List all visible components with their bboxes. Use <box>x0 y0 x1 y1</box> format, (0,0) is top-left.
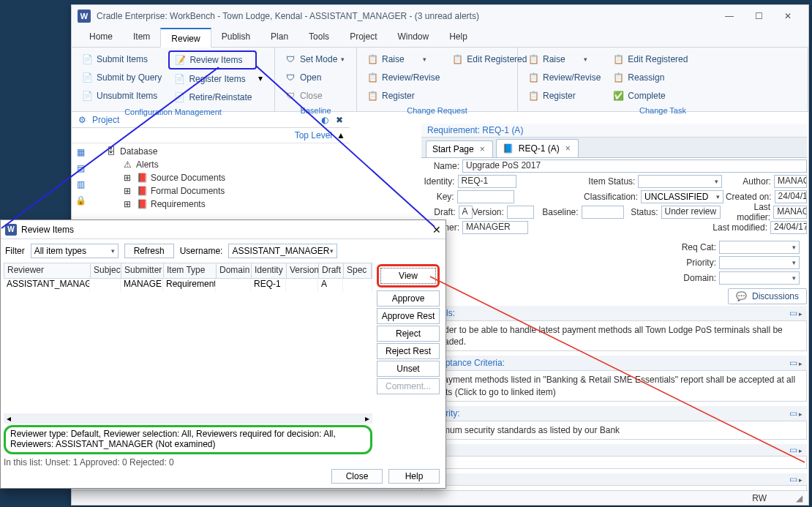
expand-icon[interactable]: ▭ <box>787 307 799 319</box>
grid-row[interactable]: ASSISTANT_MANAGER MANAGER Requirement RE… <box>4 279 372 292</box>
ct-raise-button[interactable]: 📋Raise▾ <box>522 50 606 68</box>
tree-formal-docs[interactable]: ⊞📕Formal Documents <box>105 184 225 198</box>
minimize-button[interactable]: — <box>715 6 744 26</box>
panel-close-icon[interactable]: ✖ <box>334 114 345 126</box>
domain-select[interactable]: ▾ <box>719 271 800 285</box>
col-domain[interactable]: Domain <box>217 263 252 278</box>
menu-review[interactable]: Review <box>160 28 211 48</box>
comment-button[interactable]: Comment... <box>377 378 440 394</box>
scroll-left-icon[interactable]: ◂ <box>4 413 14 424</box>
approve-rest-button[interactable]: Approve Rest <box>377 308 440 324</box>
draft-field[interactable]: A <box>459 206 473 219</box>
col-draft[interactable]: Draft <box>319 263 344 278</box>
priority-select[interactable]: ▾ <box>719 256 800 269</box>
tool-icon-1[interactable]: ▦ <box>73 145 88 159</box>
reject-rest-button[interactable]: Reject Rest <box>377 343 440 359</box>
cr-register-button[interactable]: 📋Register <box>361 87 445 105</box>
close-button[interactable]: ✕ <box>773 6 802 26</box>
approve-button[interactable]: Approve <box>377 290 440 307</box>
open-baseline-button[interactable]: 🛡Open <box>279 69 350 86</box>
unset-button[interactable]: Unset <box>377 361 440 377</box>
ct-review-button[interactable]: 📋Review/Revise <box>522 69 606 86</box>
grid-hscroll[interactable]: ◂ ▸ <box>4 413 372 424</box>
close-button[interactable]: Close <box>331 469 383 484</box>
tree-requirements[interactable]: ⊞📕Requirements <box>105 198 225 211</box>
discussions-button[interactable]: 💬Discussions <box>728 288 807 304</box>
classification-select[interactable]: UNCLASSIFIED▾ <box>641 190 723 203</box>
set-mode-button[interactable]: 🛡Set Mode▾ <box>279 50 350 68</box>
submit-by-query-button[interactable]: 📄Submit by Query <box>76 69 167 86</box>
unsubmit-items-button[interactable]: 📄Unsubmit Items <box>76 87 167 105</box>
submit-items-button[interactable]: 📄Submit Items <box>76 50 167 68</box>
menu-home[interactable]: Home <box>79 27 123 47</box>
menu-window[interactable]: Window <box>387 27 439 47</box>
ct-reassign-button[interactable]: 📋Reassign <box>607 69 693 86</box>
identity-field[interactable]: REQ-1 <box>458 175 516 188</box>
filter-select[interactable]: All item types▾ <box>31 244 119 258</box>
version-field[interactable] <box>507 206 534 219</box>
help-icon[interactable]: ◐ <box>319 114 331 126</box>
tab-start-page[interactable]: Start Page× <box>426 140 493 157</box>
tree-source-docs[interactable]: ⊞📕Source Documents <box>105 171 225 184</box>
tree-root[interactable]: 🗄Database <box>105 145 225 158</box>
dialog-launcher-icon[interactable]: ▾ <box>258 73 263 83</box>
tree-alerts[interactable]: ⚠Alerts <box>105 158 225 171</box>
col-spec[interactable]: Spec <box>344 263 372 278</box>
cr-raise-button[interactable]: 📋Raise▾ <box>361 50 445 68</box>
resize-grip-icon[interactable]: ◢ <box>796 493 802 503</box>
review-items-button[interactable]: 📝Review Items <box>168 50 257 70</box>
expand-icon[interactable]: ▭ <box>787 408 799 419</box>
scroll-right-icon[interactable]: ▸ <box>362 413 372 424</box>
retire-reinstate-button[interactable]: 📄Retire/Reinstate <box>168 89 257 106</box>
req-cat-select[interactable]: ▾ <box>719 241 800 254</box>
name-field[interactable]: Upgrade PoS 2017 <box>462 159 807 173</box>
register-items-button[interactable]: 📄Register Items <box>168 70 257 88</box>
chevron-icon[interactable]: ▸ <box>799 410 802 418</box>
chevron-icon[interactable]: ▸ <box>799 360 802 367</box>
menu-project[interactable]: Project <box>339 27 387 47</box>
details-body[interactable]: In order to be able to handle latest pay… <box>421 320 807 351</box>
col-submitter[interactable]: Submitter <box>121 263 164 278</box>
top-level-link[interactable]: Top Level <box>295 130 332 140</box>
close-baseline-button[interactable]: 🛡Close <box>279 87 350 105</box>
col-reviewer[interactable]: Reviewer <box>4 263 91 278</box>
chevron-up-icon[interactable]: ▲ <box>335 129 347 141</box>
username-select[interactable]: ASSISTANT_MANAGER▾ <box>228 244 337 258</box>
menu-tools[interactable]: Tools <box>298 27 339 47</box>
security-body[interactable]: Minimum security standards as listed by … <box>421 421 807 440</box>
chevron-icon[interactable]: ▸ <box>799 310 802 318</box>
menu-help[interactable]: Help <box>439 27 478 47</box>
expand-icon[interactable]: ▭ <box>787 444 799 456</box>
expand-icon[interactable]: ▭ <box>787 473 799 485</box>
maximize-button[interactable]: ☐ <box>744 6 773 26</box>
menu-plan[interactable]: Plan <box>260 27 298 47</box>
menu-item[interactable]: Item <box>123 27 160 47</box>
col-subject[interactable]: Subject <box>91 263 121 278</box>
expand-icon[interactable]: ⊞ <box>121 185 133 197</box>
dialog-close-button[interactable]: ✕ <box>432 224 441 236</box>
col-identity[interactable]: Identity <box>252 263 287 278</box>
col-version[interactable]: Version <box>287 263 319 278</box>
tab-close-icon[interactable]: × <box>564 143 572 154</box>
ct-edit-registered-button[interactable]: 📋Edit Registered <box>607 50 693 68</box>
baseline-field[interactable] <box>582 206 624 219</box>
refresh-button[interactable]: Refresh <box>124 244 174 258</box>
expand-icon[interactable]: ⊞ <box>121 172 133 184</box>
menu-publish[interactable]: Publish <box>211 27 260 47</box>
acceptance-body[interactable]: All payment methods listed in "Banking &… <box>421 370 807 401</box>
view-button[interactable]: View <box>380 268 436 284</box>
reject-button[interactable]: Reject <box>377 326 440 342</box>
tool-icon-2[interactable]: ▤ <box>73 161 88 176</box>
owner-field[interactable]: MANAGER <box>462 221 528 234</box>
ct-complete-button[interactable]: ✅Complete <box>607 87 693 105</box>
help-button[interactable]: Help <box>388 469 440 484</box>
tab-req-1[interactable]: 📘REQ-1 (A)× <box>496 139 579 157</box>
col-item-type[interactable]: Item Type <box>164 263 217 278</box>
key-field[interactable] <box>457 190 515 203</box>
ct-register-button[interactable]: 📋Register <box>522 87 606 105</box>
tab-close-icon[interactable]: × <box>478 144 486 154</box>
expand-icon[interactable]: ⊞ <box>121 198 133 210</box>
tool-icon-3[interactable]: ▥ <box>73 177 88 192</box>
cr-review-button[interactable]: 📋Review/Revise <box>361 69 445 86</box>
expand-icon[interactable]: ▭ <box>787 357 799 369</box>
